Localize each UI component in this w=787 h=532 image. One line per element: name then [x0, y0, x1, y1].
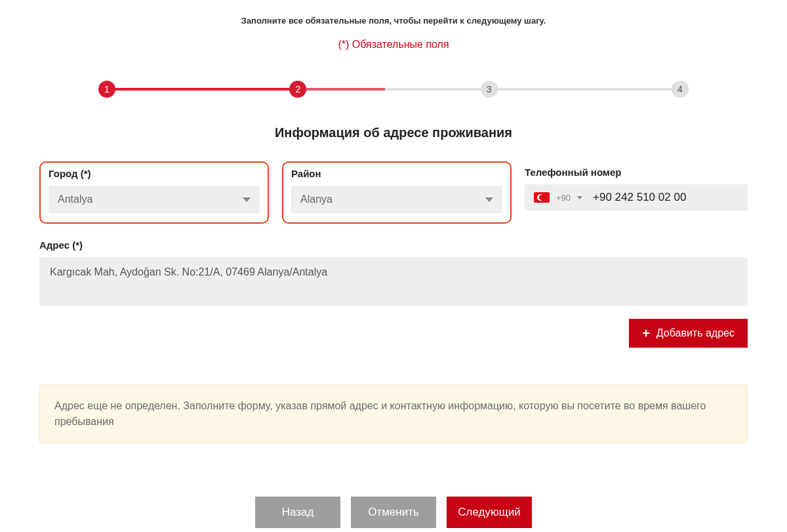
step-line-1-2 — [115, 88, 289, 91]
required-fields-note: (*) Обязательные поля — [39, 39, 748, 51]
district-select-value: Alanya — [300, 194, 333, 205]
plus-icon: + — [642, 327, 650, 340]
add-address-button-label: Добавить адрес — [656, 327, 735, 339]
country-code: +90 — [556, 193, 571, 203]
city-select[interactable]: Antalya — [49, 186, 260, 213]
phone-number-value: +90 242 510 02 00 — [593, 191, 686, 204]
step-3-dot: 3 — [481, 81, 498, 98]
info-alert: Адрес еще не определен. Заполните форму,… — [39, 384, 748, 443]
back-button[interactable]: Назад — [255, 497, 340, 528]
step-1-dot: 1 — [98, 81, 115, 98]
city-field-wrapper: Город (*) Antalya — [39, 161, 269, 224]
step-line-3-4 — [498, 88, 672, 91]
phone-field-wrapper: Телефонный номер +90 +90 242 510 02 00 — [525, 161, 748, 224]
step-line-2-3 — [306, 88, 480, 91]
step-4-dot: 4 — [672, 81, 689, 98]
chevron-down-icon — [577, 196, 582, 199]
district-field-wrapper: Район Alanya — [282, 161, 512, 224]
add-address-button[interactable]: + Добавить адрес — [629, 319, 748, 348]
phone-label: Телефонный номер — [525, 167, 748, 178]
section-title: Информация об адресе проживания — [39, 125, 748, 140]
chevron-down-icon — [243, 197, 251, 202]
district-label: Район — [291, 168, 502, 179]
address-textarea[interactable] — [39, 257, 748, 306]
chevron-down-icon — [485, 197, 493, 202]
step-2-dot: 2 — [289, 81, 306, 98]
city-select-value: Antalya — [58, 194, 92, 205]
phone-input[interactable]: +90 +90 242 510 02 00 — [525, 184, 748, 211]
cancel-button[interactable]: Отменить — [351, 497, 436, 528]
flag-icon — [534, 192, 550, 203]
city-label: Город (*) — [49, 168, 260, 179]
next-button[interactable]: Следующий — [447, 497, 532, 528]
instruction-text: Заполните все обязательные поля, чтобы п… — [39, 16, 748, 26]
progress-stepper: 1 2 3 4 — [98, 81, 689, 98]
district-select[interactable]: Alanya — [291, 186, 502, 213]
address-label: Адрес (*) — [39, 239, 748, 251]
footer-buttons: Назад Отменить Следующий — [0, 497, 787, 532]
